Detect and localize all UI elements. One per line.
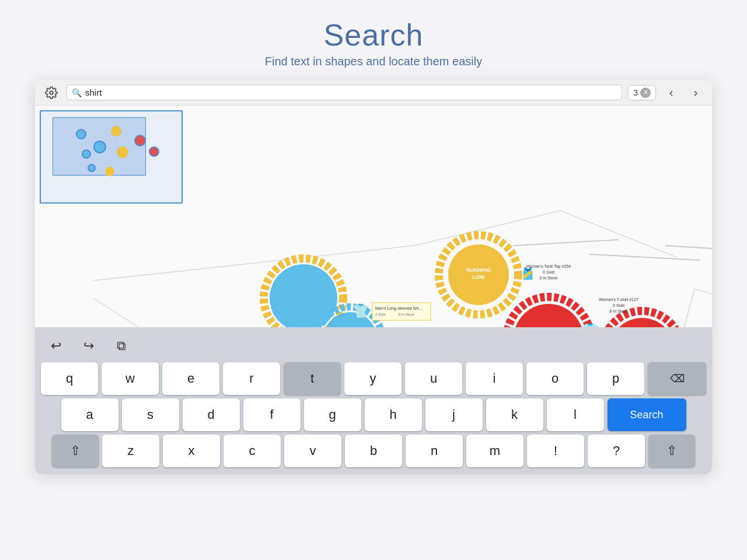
key-y[interactable]: y: [344, 362, 402, 395]
prev-result-button[interactable]: ‹: [662, 83, 680, 102]
key-b[interactable]: b: [345, 435, 402, 467]
svg-line-75: [514, 240, 619, 246]
key-k[interactable]: k: [486, 398, 543, 431]
search-icon-toolbar: 🔍: [72, 88, 82, 97]
svg-text:Men's Long-sleeved Shi...: Men's Long-sleeved Shi...: [375, 306, 422, 311]
undo-button[interactable]: ↩: [44, 334, 68, 358]
svg-line-4: [93, 298, 210, 327]
key-v[interactable]: v: [284, 435, 341, 467]
page-header: Search Find text in shapes and locate th…: [265, 0, 482, 80]
search-input-value: shirt: [85, 88, 617, 97]
key-r[interactable]: r: [223, 362, 280, 395]
svg-text:2 Sold: 2 Sold: [375, 313, 385, 316]
next-result-button[interactable]: ›: [686, 83, 705, 102]
svg-text:RUNNING: RUNNING: [466, 267, 491, 273]
key-f[interactable]: f: [243, 398, 301, 431]
svg-rect-77: [684, 289, 712, 327]
key-p[interactable]: p: [587, 362, 644, 395]
svg-text:👕: 👕: [581, 321, 600, 327]
key-x[interactable]: x: [163, 435, 220, 467]
key-u[interactable]: u: [405, 362, 462, 395]
key-t[interactable]: t: [284, 362, 341, 395]
search-bar[interactable]: 🔍 shirt: [67, 85, 622, 100]
key-question[interactable]: ?: [588, 435, 645, 467]
svg-text:0 Sold: 0 Sold: [613, 303, 624, 307]
shift-right-key[interactable]: ⇧: [648, 435, 695, 467]
svg-text:8 In Stock: 8 In Stock: [399, 313, 415, 316]
clear-search-button[interactable]: ✕: [640, 88, 651, 98]
gear-button[interactable]: [42, 83, 61, 102]
svg-line-76: [589, 254, 700, 260]
keyboard-row-3: ⇧ z x c v b n m ! ? ⇧: [40, 435, 707, 467]
key-l[interactable]: l: [547, 398, 604, 431]
key-z[interactable]: z: [102, 435, 159, 467]
key-g[interactable]: g: [304, 398, 361, 431]
svg-text:LOW: LOW: [473, 274, 485, 280]
keyboard-row-2: a s d f g h j k l Search: [40, 398, 707, 431]
key-s[interactable]: s: [122, 398, 179, 431]
svg-line-1: [93, 246, 414, 281]
canvas-area: RUNNING LOW RUNNING LOW RUNNING LOW NEED…: [35, 106, 712, 327]
svg-text:2 In Stock: 2 In Stock: [539, 276, 558, 280]
svg-text:Women's T-shirt #127: Women's T-shirt #127: [599, 298, 638, 302]
diagram: RUNNING LOW RUNNING LOW RUNNING LOW NEED…: [35, 106, 712, 327]
keyboard-toolbar: ↩ ↪ ⧉: [35, 332, 712, 362]
keyboard-area: ↩ ↪ ⧉ q w e r t y u i o p ⌫ a s: [35, 327, 712, 474]
svg-rect-44: [372, 303, 431, 320]
app-window: 🔍 shirt 3 ✕ ‹ ›: [35, 80, 712, 474]
key-exclaim[interactable]: !: [527, 435, 584, 467]
key-o[interactable]: o: [526, 362, 584, 395]
svg-text:Women's Tank Top #254: Women's Tank Top #254: [526, 264, 571, 269]
key-j[interactable]: j: [425, 398, 483, 431]
keyboard-row-1: q w e r t y u i o p ⌫: [40, 362, 707, 395]
key-q[interactable]: q: [41, 362, 98, 395]
backspace-key[interactable]: ⌫: [648, 362, 706, 395]
svg-line-2: [414, 211, 560, 246]
key-n[interactable]: n: [406, 435, 463, 467]
key-c[interactable]: c: [224, 435, 281, 467]
toolbar: 🔍 shirt 3 ✕ ‹ ›: [35, 80, 712, 106]
result-count: 3: [633, 88, 638, 97]
redo-button[interactable]: ↪: [77, 334, 100, 358]
search-count-badge: 3 ✕: [628, 85, 656, 100]
svg-text:8 In Stock: 8 In Stock: [609, 309, 628, 313]
search-button[interactable]: Search: [608, 398, 686, 431]
svg-point-0: [50, 91, 53, 94]
copy-button[interactable]: ⧉: [110, 334, 133, 358]
svg-text:0 Sold: 0 Sold: [543, 270, 554, 274]
svg-line-78: [665, 246, 712, 249]
svg-line-3: [560, 211, 677, 257]
svg-text:👕: 👕: [352, 302, 369, 319]
key-a[interactable]: a: [61, 398, 118, 431]
diagram-svg: RUNNING LOW RUNNING LOW RUNNING LOW NEED…: [35, 106, 712, 327]
key-m[interactable]: m: [466, 435, 523, 467]
shift-left-key[interactable]: ⇧: [52, 435, 99, 467]
key-w[interactable]: w: [102, 362, 159, 395]
key-d[interactable]: d: [183, 398, 240, 431]
svg-text:🎽: 🎽: [521, 267, 535, 281]
keyboard-rows: q w e r t y u i o p ⌫ a s d f g h j: [35, 362, 712, 474]
key-h[interactable]: h: [365, 398, 422, 431]
key-e[interactable]: e: [162, 362, 219, 395]
page-title: Search: [265, 18, 482, 52]
key-i[interactable]: i: [466, 362, 523, 395]
page-subtitle: Find text in shapes and locate them easi…: [265, 55, 482, 68]
